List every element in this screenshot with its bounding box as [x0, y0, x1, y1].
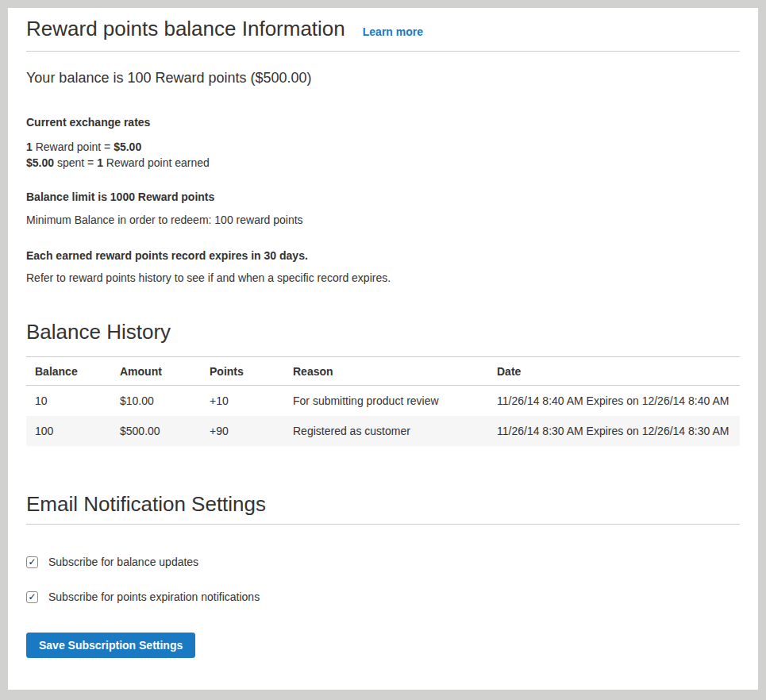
- checkmark-icon: ✓: [28, 592, 36, 602]
- cell-reason: Registered as customer: [284, 416, 488, 446]
- rate1-amount: $5.00: [114, 140, 141, 153]
- cell-reason: For submitting product review: [284, 385, 488, 416]
- exchange-rate-line-2: $5.00 spent = 1 Reward point earned: [26, 156, 210, 169]
- cell-points: +10: [201, 385, 284, 416]
- learn-more-link[interactable]: Learn more: [363, 25, 423, 38]
- balance-history-title: Balance History: [26, 321, 740, 344]
- exchange-rate-line-1: 1 Reward point = $5.00: [26, 140, 141, 153]
- subscribe-balance-updates-option[interactable]: ✓ Subscribe for balance updates: [26, 555, 198, 570]
- page-title-row: Reward points balance Information Learn …: [26, 17, 740, 52]
- checkbox-label: Subscribe for balance updates: [48, 555, 198, 570]
- table-header-row: Balance Amount Points Reason Date: [26, 356, 740, 385]
- cell-points: +90: [201, 416, 284, 446]
- balance-summary: Your balance is 100 Reward points ($500.…: [26, 69, 740, 87]
- table-row: 100 $500.00 +90 Registered as customer 1…: [26, 416, 740, 446]
- expiration-note: Refer to reward points history to see if…: [26, 271, 740, 286]
- table-row: 10 $10.00 +10 For submitting product rev…: [26, 385, 740, 416]
- cell-balance: 100: [26, 416, 111, 446]
- minimum-redeem-text: Minimum Balance in order to redeem: 100 …: [26, 213, 740, 228]
- save-subscription-settings-button[interactable]: Save Subscription Settings: [26, 633, 195, 658]
- balance-history-header: Balance History: [26, 321, 740, 344]
- checkbox-label: Subscribe for points expiration notifica…: [48, 590, 260, 605]
- balance-limit-text: Balance limit is 1000 Reward points: [26, 190, 740, 205]
- page-background: { "page": { "title": "Reward points bala…: [0, 0, 766, 700]
- cell-date: 11/26/14 8:30 AM Expires on 12/26/14 8:3…: [488, 416, 740, 446]
- column-header-amount: Amount: [111, 356, 201, 385]
- column-header-date: Date: [488, 356, 740, 385]
- cell-balance: 10: [26, 385, 111, 416]
- rate2-points: 1: [97, 156, 103, 169]
- exchange-rates: 1 Reward point = $5.00 $5.00 spent = 1 R…: [26, 139, 740, 171]
- cell-amount: $10.00: [111, 385, 201, 416]
- rate2-tail: Reward point earned: [103, 156, 210, 169]
- rate1-text: Reward point =: [33, 140, 114, 153]
- email-notification-title: Email Notification Settings: [26, 493, 740, 516]
- rate1-points: 1: [26, 140, 33, 153]
- subscribe-points-expiration-option[interactable]: ✓ Subscribe for points expiration notifi…: [26, 590, 260, 605]
- exchange-rates-heading: Current exchange rates: [26, 115, 740, 130]
- email-notification-header: Email Notification Settings: [26, 493, 740, 525]
- cell-amount: $500.00: [111, 416, 201, 446]
- column-header-points: Points: [201, 356, 284, 385]
- page-title: Reward points balance Information: [26, 17, 345, 40]
- balance-history-table: Balance Amount Points Reason Date 10 $10…: [26, 356, 740, 446]
- rate2-text: spent =: [54, 156, 97, 169]
- points-expiration-checkbox[interactable]: ✓: [26, 591, 38, 603]
- checkmark-icon: ✓: [28, 557, 36, 567]
- expiration-heading: Each earned reward points record expires…: [26, 248, 740, 263]
- column-header-reason: Reason: [284, 356, 488, 385]
- reward-points-card: Reward points balance Information Learn …: [8, 8, 758, 690]
- column-header-balance: Balance: [26, 356, 111, 385]
- cell-date: 11/26/14 8:40 AM Expires on 12/26/14 8:4…: [488, 385, 740, 416]
- balance-updates-checkbox[interactable]: ✓: [26, 556, 38, 568]
- rate2-amount: $5.00: [26, 156, 54, 169]
